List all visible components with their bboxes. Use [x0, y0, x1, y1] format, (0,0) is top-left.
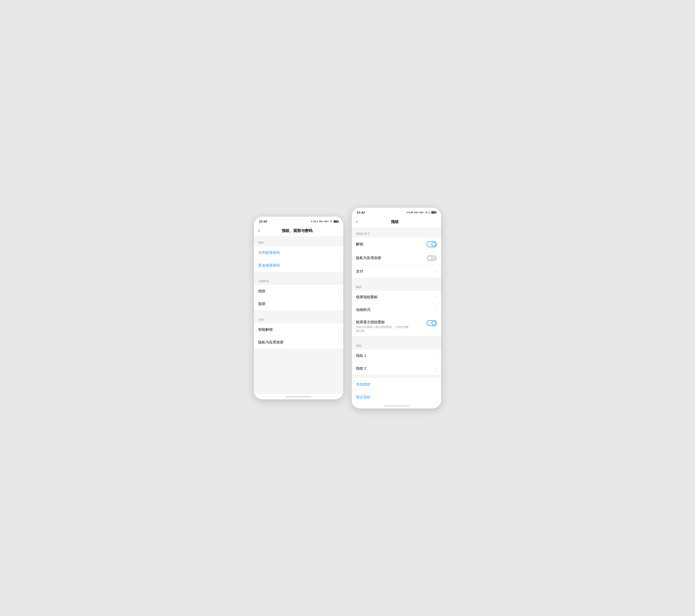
nav-header-2: ‹ 指纹 — [352, 216, 441, 228]
page-title-1: 指纹、面部与密码 — [263, 228, 331, 233]
phone-1: 17:47 ✦ 21.4 4G+ 4G+ ≋ ‹ 指纹、面部与密码 密码 关闭锁… — [254, 217, 343, 399]
content-2: 将指纹用于 解锁 隐私与应用加密 支付 › — [352, 228, 441, 403]
item-verify-fp[interactable]: 验证指纹 — [352, 391, 441, 403]
section-label-unlock: 解锁 — [352, 281, 441, 291]
item-smart-unlock[interactable]: 智能解锁 › — [254, 323, 343, 336]
chevron-privacy-encrypt: › — [338, 340, 339, 345]
battery-icon-2 — [431, 211, 436, 214]
section-use-for: 将指纹用于 解锁 隐私与应用加密 支付 › — [352, 228, 441, 278]
item-label-screen-off: 熄屏显示指纹图标 — [356, 320, 408, 324]
section-items-password: 关闭锁屏密码 更改锁屏密码 — [254, 246, 343, 272]
item-fp2[interactable]: 指纹 2 › — [352, 362, 441, 375]
toggle-unlock[interactable] — [427, 241, 437, 247]
item-label-lock-icon: 锁屏指纹图标 — [356, 295, 378, 299]
item-unlock[interactable]: 解锁 — [352, 237, 441, 251]
signal-text-1: ✦ 21.4 4G+ 4G+ ≋ — [311, 220, 332, 223]
time-1: 17:47 — [259, 219, 267, 223]
toggle-screen-off[interactable] — [427, 320, 437, 326]
back-button-1[interactable]: ‹ — [258, 228, 260, 233]
item-label-privacy-app: 隐私与应用加密 — [356, 256, 381, 260]
chevron-fp1: › — [436, 353, 437, 358]
item-label-smart-unlock: 智能解锁 — [258, 327, 273, 332]
section-label-biometrics: 生物特征 — [254, 275, 343, 285]
status-bar-2: 17:47 ✦ 0.40 4G+ 4G+ ≋ ⊿ — [352, 208, 441, 216]
section-password: 密码 关闭锁屏密码 更改锁屏密码 — [254, 236, 343, 272]
nav-header-1: ‹ 指纹、面部与密码 — [254, 225, 343, 236]
toggle-knob-screen-off — [432, 321, 436, 325]
phone-2: 17:47 ✦ 0.40 4G+ 4G+ ≋ ⊿ ‹ 指纹 将指纹用于 解锁 隐… — [352, 208, 441, 408]
item-label-fp2: 指纹 2 — [356, 366, 366, 371]
item-label-close-password: 关闭锁屏密码 — [258, 250, 280, 255]
item-lock-icon[interactable]: 锁屏指纹图标 › — [352, 291, 441, 303]
chevron-pay: › — [436, 269, 437, 274]
section-label-fingerprint: 指纹 — [352, 340, 441, 349]
item-label-face: 面部 — [258, 301, 266, 306]
spacer-4 — [352, 336, 441, 340]
back-button-2[interactable]: ‹ — [356, 219, 357, 225]
status-icons-1: ✦ 21.4 4G+ 4G+ ≋ — [311, 220, 338, 223]
item-privacy-app[interactable]: 隐私与应用加密 — [352, 251, 441, 265]
section-items-fingerprint: 指纹 1 › 指纹 2 › — [352, 349, 441, 375]
spacer-3 — [352, 278, 441, 281]
item-screen-off-icon[interactable]: 熄屏显示指纹图标 在熄灭的屏幕上显示指纹图标，方便找寻解锁位置。 — [352, 316, 441, 336]
item-label-fp1: 指纹 1 — [356, 353, 366, 358]
chevron-smart-unlock: › — [338, 328, 339, 332]
section-other: 其他 智能解锁 › 隐私与应用加密 › — [254, 314, 343, 349]
item-label-verify-fp: 验证指纹 — [356, 395, 371, 400]
item-privacy-encrypt[interactable]: 隐私与应用加密 › — [254, 336, 343, 349]
chevron-lock-icon: › — [436, 295, 437, 299]
status-icons-2: ✦ 0.40 4G+ 4G+ ≋ ⊿ — [406, 211, 436, 214]
item-pay[interactable]: 支付 › — [352, 265, 441, 278]
item-add-fp[interactable]: 添加指纹 — [352, 378, 441, 391]
chevron-face: › — [338, 302, 339, 306]
section-actions: 添加指纹 验证指纹 — [352, 378, 441, 403]
item-fp1[interactable]: 指纹 1 › — [352, 349, 441, 362]
section-fingerprint: 指纹 指纹 1 › 指纹 2 › — [352, 340, 441, 375]
time-2: 17:47 — [357, 211, 365, 214]
section-items-other: 智能解锁 › 隐私与应用加密 › — [254, 323, 343, 349]
chevron-fp2: › — [436, 366, 437, 370]
toggle-knob-privacy-app — [427, 256, 432, 260]
item-face[interactable]: 面部 › — [254, 298, 343, 310]
toggle-privacy-app[interactable] — [427, 255, 437, 261]
section-items-unlock: 锁屏指纹图标 › 动画样式 › 熄屏显示指纹图标 在熄灭的屏幕上显示指纹图标，方… — [352, 291, 441, 336]
section-items-use-for: 解锁 隐私与应用加密 支付 › — [352, 237, 441, 278]
section-unlock: 解锁 锁屏指纹图标 › 动画样式 › 熄屏显示指纹图标 在熄灭的屏幕上显示指纹图… — [352, 281, 441, 336]
item-animation[interactable]: 动画样式 › — [352, 303, 441, 316]
bottom-bar-1 — [286, 397, 311, 397]
item-label-add-fp: 添加指纹 — [356, 382, 371, 387]
item-sublabel-screen-off: 在熄灭的屏幕上显示指纹图标，方便找寻解锁位置。 — [356, 325, 408, 333]
item-text-screen-off: 熄屏显示指纹图标 在熄灭的屏幕上显示指纹图标，方便找寻解锁位置。 — [356, 320, 408, 333]
item-label-privacy-encrypt: 隐私与应用加密 — [258, 340, 284, 345]
item-label-fingerprint: 指纹 — [258, 289, 266, 294]
item-label-unlock: 解锁 — [356, 242, 363, 247]
status-bar-1: 17:47 ✦ 21.4 4G+ 4G+ ≋ — [254, 217, 343, 225]
item-fingerprint[interactable]: 指纹 › — [254, 285, 343, 298]
section-label-password: 密码 — [254, 236, 343, 246]
item-label-change-password: 更改锁屏密码 — [258, 263, 280, 268]
section-items-biometrics: 指纹 › 面部 › — [254, 285, 343, 310]
bottom-bar-2 — [384, 405, 409, 406]
chevron-animation: › — [436, 307, 437, 312]
item-label-pay: 支付 — [356, 269, 363, 274]
section-biometrics: 生物特征 指纹 › 面部 › — [254, 275, 343, 310]
toggle-knob-unlock — [432, 242, 436, 246]
section-items-actions: 添加指纹 验证指纹 — [352, 378, 441, 403]
item-change-password[interactable]: 更改锁屏密码 — [254, 259, 343, 272]
page-title-2: 指纹 — [361, 219, 429, 224]
section-label-other: 其他 — [254, 314, 343, 323]
spacer-5 — [352, 375, 441, 378]
chevron-fingerprint: › — [338, 289, 339, 293]
signal-text-2: ✦ 0.40 4G+ 4G+ ≋ ⊿ — [406, 211, 430, 214]
battery-icon-1 — [334, 220, 338, 223]
content-1: 密码 关闭锁屏密码 更改锁屏密码 生物特征 指纹 › 面部 — [254, 236, 343, 394]
spacer-2 — [254, 310, 343, 314]
item-close-password[interactable]: 关闭锁屏密码 — [254, 246, 343, 259]
spacer-1 — [254, 272, 343, 275]
section-label-use-for: 将指纹用于 — [352, 228, 441, 237]
item-label-animation: 动画样式 — [356, 307, 371, 312]
